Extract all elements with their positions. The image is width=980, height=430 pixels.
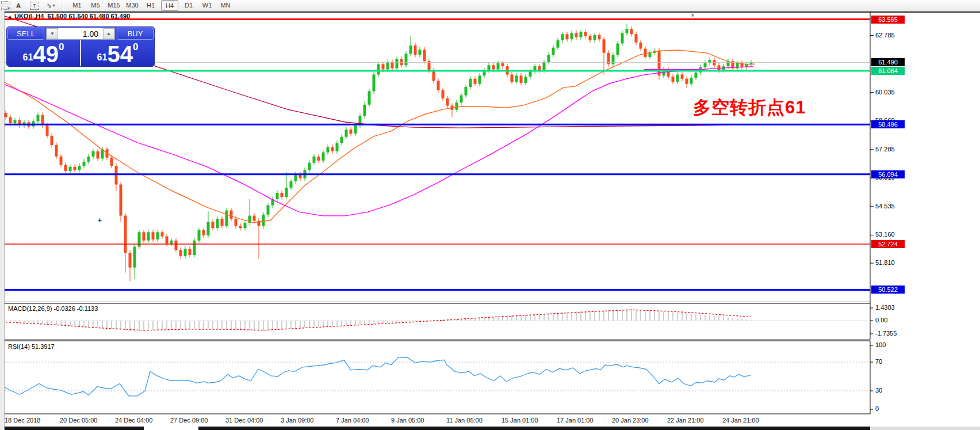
rsi-label: RSI(14) 51.3917 — [8, 343, 55, 350]
draw-arrow-icon: ⇘ — [46, 2, 51, 9]
price-badge: 61.490 — [871, 58, 905, 66]
toolbar-separator — [63, 2, 64, 10]
timeframe-mn[interactable]: MN — [217, 0, 233, 10]
timeframe-m30[interactable]: M30 — [124, 0, 140, 10]
date-label: 27 Dec 09:00 — [170, 417, 208, 424]
price-badge: 50.522 — [871, 286, 905, 294]
timeframe-h1[interactable]: H1 — [143, 0, 159, 10]
buy-button[interactable]: BUY — [117, 28, 154, 40]
rsi-tick: 30 — [875, 387, 882, 394]
collapse-arrow-icon[interactable]: ▲ — [7, 14, 13, 20]
macd-tick: -1.7355 — [875, 330, 897, 337]
one-click-trading-panel: SELL ▼ ▲ BUY 61490 61540 — [7, 27, 154, 66]
date-label: 31 Dec 04:00 — [225, 417, 263, 424]
date-label: 3 Jan 09:00 — [281, 417, 314, 424]
bottom-bar-right — [198, 427, 870, 430]
date-label: 24 Dec 04:00 — [115, 417, 152, 424]
price-tick: 60.035 — [875, 89, 895, 96]
timeframe-m5[interactable]: M5 — [87, 0, 104, 10]
rsi-pane[interactable] — [0, 340, 980, 414]
timeframe-m15[interactable]: M15 — [106, 0, 122, 10]
buy-price[interactable]: 61540 — [81, 40, 154, 66]
timeframe-h4[interactable]: H4 — [161, 0, 178, 11]
chart-shift-marker-icon[interactable]: ▼ — [690, 13, 695, 18]
price-badge: 58.496 — [871, 120, 905, 128]
font-a-icon[interactable]: A — [11, 0, 26, 11]
date-label: 20 Jan 23:00 — [612, 417, 649, 424]
timeframe-group: M1M5M15M30H1H4D1W1MN — [68, 0, 235, 11]
mt4-window: F A T ⇘ ▾ M1M5M15M30H1H4D1W1MN ▲ UKOil-,… — [0, 0, 980, 430]
gripper-f-label: F — [7, 6, 10, 11]
buy-price-small: 61 — [97, 52, 108, 63]
price-tick: 57.285 — [875, 146, 895, 153]
sell-price-big: 49 — [33, 43, 59, 65]
volume-down-button[interactable]: ▼ — [47, 28, 58, 39]
price-tick: 62.785 — [875, 32, 895, 39]
price-tick: 53.160 — [875, 231, 895, 238]
macd-label: MACD(12,26,9) -0.0326 -0.1133 — [8, 305, 98, 312]
price-badge: 63.565 — [871, 16, 905, 24]
timeframe-m1[interactable]: M1 — [69, 0, 85, 10]
price-tick: 54.535 — [875, 203, 895, 210]
sell-button[interactable]: SELL — [7, 28, 44, 40]
date-label: 17 Jan 01:00 — [557, 417, 594, 424]
rsi-tick: 100 — [875, 341, 886, 348]
date-label: 15 Jan 01:00 — [502, 417, 538, 424]
price-tick: 51.810 — [875, 259, 895, 266]
sell-price-small: 61 — [23, 52, 33, 63]
rsi-tick: 0 — [875, 405, 879, 412]
price-badge: 61.084 — [871, 67, 905, 75]
toolbar-gripper[interactable]: F — [1, 1, 10, 10]
chart-ohlc: 61.500 61.540 61.480 61.490 — [47, 13, 130, 20]
date-label: 7 Jan 04:00 — [336, 417, 369, 424]
bottom-bar-left — [5, 427, 144, 430]
macd-tick: 0.00 — [875, 317, 887, 324]
date-label: 18 Dec 2018 — [5, 417, 40, 424]
date-label: 24 Jan 21:00 — [722, 417, 759, 424]
buy-price-big: 54 — [107, 43, 133, 65]
volume-up-button[interactable]: ▲ — [103, 28, 114, 39]
rsi-tick: 70 — [875, 358, 882, 365]
sell-price[interactable]: 61490 — [7, 40, 81, 66]
buy-price-sup: 0 — [133, 41, 138, 53]
toolbar: F A T ⇘ ▾ M1M5M15M30H1H4D1W1MN — [0, 0, 980, 12]
date-label: 20 Dec 05:00 — [60, 417, 97, 424]
price-badge: 52.724 — [871, 240, 905, 248]
text-tool-icon[interactable]: T — [30, 2, 39, 10]
sell-price-sup: 0 — [59, 41, 64, 53]
date-label: 22 Jan 21:00 — [667, 417, 704, 424]
volume-spinner: ▼ ▲ — [46, 28, 115, 40]
chart-symbol: UKOil-,H4 — [14, 13, 44, 20]
volume-input[interactable] — [58, 28, 103, 39]
price-badge: 56.094 — [871, 170, 905, 178]
macd-tick: 1.4303 — [875, 304, 895, 311]
chinese-annotation: 多空转折点61 — [693, 96, 806, 120]
timeframe-d1[interactable]: D1 — [181, 0, 197, 10]
chart-title: ▲ UKOil-,H4 61.500 61.540 61.480 61.490 — [7, 13, 130, 20]
crosshair-mark: + — [98, 216, 102, 224]
draw-tools-icon[interactable]: ⇘ ▾ — [43, 0, 58, 11]
date-label: 11 Jan 05:00 — [446, 417, 483, 424]
bottom-bar-corner — [870, 427, 980, 430]
chevron-down-icon: ▾ — [53, 3, 55, 8]
date-label: 9 Jan 05:00 — [391, 417, 424, 424]
macd-pane[interactable] — [0, 302, 980, 340]
timeframe-w1[interactable]: W1 — [199, 0, 215, 10]
